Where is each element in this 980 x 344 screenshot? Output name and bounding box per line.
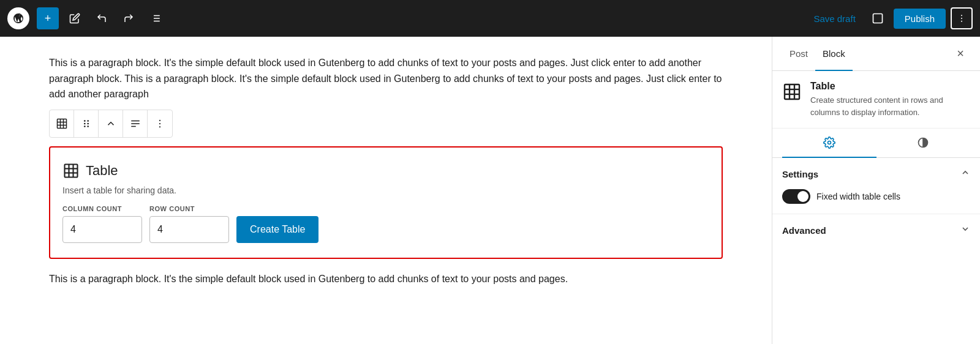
sidebar: Post Block × Table Create structured con… <box>772 37 980 344</box>
drag-handle-button[interactable] <box>74 110 99 137</box>
redo-button[interactable] <box>118 7 140 29</box>
svg-rect-11 <box>57 119 66 128</box>
column-count-input[interactable] <box>62 216 142 243</box>
settings-section-header: Settings <box>782 168 970 181</box>
wordpress-logo <box>7 7 29 29</box>
block-toolbar <box>49 110 173 138</box>
view-button[interactable] <box>867 7 889 29</box>
svg-point-20 <box>83 125 85 127</box>
block-info-text: Table Create structured content in rows … <box>810 81 970 118</box>
block-settings-tabs <box>772 129 980 158</box>
svg-point-21 <box>87 125 89 127</box>
toggle-label: Fixed width table cells <box>816 192 900 201</box>
add-block-button[interactable]: + <box>37 7 59 29</box>
tab-block[interactable]: Block <box>815 37 853 71</box>
svg-point-8 <box>961 15 962 16</box>
block-info-description: Create structured content in rows and co… <box>810 94 970 118</box>
save-draft-button[interactable]: Save draft <box>807 10 861 28</box>
advanced-section: Advanced <box>772 214 980 247</box>
svg-point-18 <box>83 122 85 124</box>
svg-point-17 <box>87 120 89 122</box>
svg-rect-33 <box>785 84 799 99</box>
table-type-button[interactable] <box>50 110 74 137</box>
align-button[interactable] <box>123 110 148 137</box>
move-button[interactable] <box>99 110 123 137</box>
block-info-title: Table <box>810 81 970 92</box>
edit-button[interactable] <box>64 7 86 29</box>
table-icon <box>62 162 80 179</box>
advanced-section-header[interactable]: Advanced <box>782 224 970 237</box>
block-info-icon <box>782 82 802 106</box>
fixed-width-toggle[interactable] <box>782 189 810 204</box>
table-block-inputs: COLUMN COUNT ROW COUNT Create Table <box>62 205 709 243</box>
svg-point-27 <box>159 126 160 127</box>
column-count-group: COLUMN COUNT <box>62 205 142 243</box>
svg-point-9 <box>961 18 962 19</box>
table-block: Table Insert a table for sharing data. C… <box>49 146 723 259</box>
options-button[interactable] <box>951 7 973 29</box>
table-block-heading: Table <box>86 163 118 179</box>
topbar: + Save draft Publish <box>0 0 980 37</box>
tab-post[interactable]: Post <box>782 37 815 71</box>
list-view-button[interactable] <box>145 7 167 29</box>
table-block-description: Insert a table for sharing data. <box>62 185 709 195</box>
svg-point-16 <box>83 120 85 122</box>
editor-area: This is a paragraph block. It's the simp… <box>0 37 772 344</box>
paragraph-block-1[interactable]: This is a paragraph block. It's the simp… <box>49 55 723 102</box>
settings-collapse-button[interactable] <box>960 168 970 181</box>
sidebar-tabs: Post Block × <box>772 37 980 71</box>
settings-section-title: Settings <box>782 169 818 179</box>
svg-rect-7 <box>873 14 882 23</box>
svg-rect-28 <box>65 164 78 177</box>
settings-section: Settings Fixed width table cells <box>772 158 980 214</box>
svg-point-25 <box>159 119 160 121</box>
table-block-title: Table <box>62 162 709 179</box>
row-count-label: ROW COUNT <box>149 205 229 212</box>
fixed-width-toggle-row: Fixed width table cells <box>782 189 970 204</box>
more-options-button[interactable] <box>148 110 172 137</box>
undo-button[interactable] <box>91 7 113 29</box>
close-sidebar-button[interactable]: × <box>951 44 970 64</box>
svg-point-10 <box>961 21 962 22</box>
publish-button[interactable]: Publish <box>894 9 946 29</box>
column-count-label: COLUMN COUNT <box>62 205 142 212</box>
row-count-input[interactable] <box>149 216 229 243</box>
svg-point-19 <box>87 122 89 124</box>
row-count-group: ROW COUNT <box>149 205 229 243</box>
svg-point-38 <box>827 141 831 144</box>
advanced-section-title: Advanced <box>782 225 826 236</box>
main-layout: This is a paragraph block. It's the simp… <box>0 37 980 344</box>
settings-tab-contrast[interactable] <box>876 129 971 158</box>
paragraph-block-2[interactable]: This is a paragraph block. It's the simp… <box>49 271 723 287</box>
block-info-panel: Table Create structured content in rows … <box>772 71 980 129</box>
settings-tab-gear[interactable] <box>782 129 876 158</box>
advanced-expand-button[interactable] <box>960 224 970 237</box>
create-table-button[interactable]: Create Table <box>236 216 318 243</box>
svg-point-26 <box>159 123 160 124</box>
